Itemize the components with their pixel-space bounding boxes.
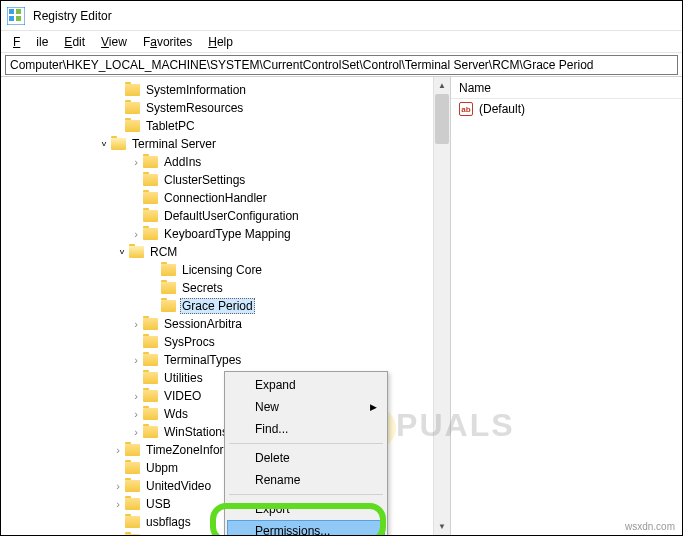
menu-help[interactable]: Help — [200, 33, 241, 51]
folder-icon — [125, 462, 140, 474]
string-value-icon: ab — [459, 102, 473, 116]
folder-icon — [111, 138, 126, 150]
tree-item-label: Terminal Server — [130, 137, 218, 151]
chevron-icon — [111, 461, 125, 475]
tree-item-label: usbflags — [144, 515, 193, 529]
tree-item-label: Ubpm — [144, 461, 180, 475]
context-menu: Expand New▶ Find... Delete Rename Export… — [224, 371, 388, 535]
chevron-icon[interactable] — [129, 425, 143, 439]
chevron-icon[interactable] — [129, 407, 143, 421]
chevron-icon[interactable] — [97, 137, 111, 151]
tree-item[interactable]: SystemResources — [1, 99, 450, 117]
tree-item-label: SystemResources — [144, 101, 245, 115]
tree-item-label: SysProcs — [162, 335, 217, 349]
chevron-icon — [147, 281, 161, 295]
window-title: Registry Editor — [33, 9, 112, 23]
tree-item[interactable]: SysProcs — [1, 333, 450, 351]
chevron-icon — [129, 191, 143, 205]
chevron-icon — [129, 173, 143, 187]
menu-find[interactable]: Find... — [227, 418, 385, 440]
folder-icon — [143, 408, 158, 420]
menu-file[interactable]: File — [5, 33, 56, 51]
column-header-name[interactable]: Name — [451, 77, 682, 99]
app-icon — [7, 7, 25, 25]
tree-item[interactable]: SessionArbitra — [1, 315, 450, 333]
menu-new[interactable]: New▶ — [227, 396, 385, 418]
menu-export[interactable]: Export — [227, 498, 385, 520]
chevron-icon — [111, 119, 125, 133]
chevron-icon[interactable] — [111, 497, 125, 511]
tree-item[interactable]: TabletPC — [1, 117, 450, 135]
scroll-down-button[interactable]: ▼ — [434, 518, 450, 535]
folder-icon — [143, 426, 158, 438]
chevron-icon — [129, 371, 143, 385]
tree-item[interactable]: DefaultUserConfiguration — [1, 207, 450, 225]
tree-item[interactable]: RCM — [1, 243, 450, 261]
chevron-icon[interactable] — [129, 353, 143, 367]
tree-item[interactable]: ConnectionHandler — [1, 189, 450, 207]
folder-icon — [125, 444, 140, 456]
tree-item[interactable]: Terminal Server — [1, 135, 450, 153]
folder-icon — [125, 120, 140, 132]
menu-expand[interactable]: Expand — [227, 374, 385, 396]
address-bar — [1, 53, 682, 77]
tree-item-label: TerminalTypes — [162, 353, 243, 367]
tree-item-label: Secrets — [180, 281, 225, 295]
folder-icon — [125, 480, 140, 492]
tree-item-label: Licensing Core — [180, 263, 264, 277]
folder-icon — [161, 264, 176, 276]
chevron-icon[interactable] — [129, 155, 143, 169]
tree-item-label: UnitedVideo — [144, 479, 213, 493]
chevron-icon[interactable] — [115, 245, 129, 259]
chevron-icon[interactable] — [129, 389, 143, 403]
chevron-icon[interactable] — [129, 227, 143, 241]
submenu-arrow-icon: ▶ — [370, 402, 377, 412]
folder-icon — [125, 516, 140, 528]
tree-item[interactable]: Licensing Core — [1, 261, 450, 279]
vertical-scrollbar[interactable]: ▲ ▼ — [433, 77, 450, 535]
tree-item-label: ClusterSettings — [162, 173, 247, 187]
menu-rename[interactable]: Rename — [227, 469, 385, 491]
tree-item[interactable]: Secrets — [1, 279, 450, 297]
folder-icon — [143, 390, 158, 402]
chevron-icon[interactable] — [111, 443, 125, 457]
source-watermark: wsxdn.com — [625, 521, 675, 532]
tree-item-label: VIDEO — [162, 389, 203, 403]
chevron-icon — [129, 209, 143, 223]
folder-icon — [143, 318, 158, 330]
chevron-icon — [111, 515, 125, 529]
scroll-up-button[interactable]: ▲ — [434, 77, 450, 94]
svg-rect-0 — [9, 9, 14, 14]
menu-favorites[interactable]: Favorites — [135, 33, 200, 51]
address-input[interactable] — [5, 55, 678, 75]
tree-item[interactable]: ClusterSettings — [1, 171, 450, 189]
value-name: (Default) — [479, 102, 525, 116]
svg-rect-1 — [16, 9, 21, 14]
menu-bar: File Edit View Favorites Help — [1, 31, 682, 53]
value-row-default[interactable]: ab (Default) — [451, 99, 682, 119]
folder-icon — [143, 228, 158, 240]
tree-item-label: RCM — [148, 245, 179, 259]
tree-item-label: DefaultUserConfiguration — [162, 209, 301, 223]
tree-item-label: SystemInformation — [144, 83, 248, 97]
tree-item[interactable]: KeyboardType Mapping — [1, 225, 450, 243]
chevron-icon[interactable] — [111, 479, 125, 493]
values-pane[interactable]: Name ab (Default) — [451, 77, 682, 535]
menu-delete[interactable]: Delete — [227, 447, 385, 469]
chevron-icon[interactable] — [129, 317, 143, 331]
menu-view[interactable]: View — [93, 33, 135, 51]
tree-item-label: Grace Period — [180, 298, 255, 314]
tree-item[interactable]: SystemInformation — [1, 81, 450, 99]
tree-item-label: ConnectionHandler — [162, 191, 269, 205]
folder-icon — [129, 246, 144, 258]
tree-item[interactable]: TerminalTypes — [1, 351, 450, 369]
chevron-icon — [147, 299, 161, 313]
menu-edit[interactable]: Edit — [56, 33, 93, 51]
folder-icon — [161, 300, 176, 312]
tree-item[interactable]: Grace Period — [1, 297, 450, 315]
menu-permissions[interactable]: Permissions... — [227, 520, 385, 535]
scroll-thumb[interactable] — [435, 94, 449, 144]
chevron-icon — [111, 83, 125, 97]
tree-item-label: KeyboardType Mapping — [162, 227, 293, 241]
tree-item[interactable]: AddIns — [1, 153, 450, 171]
